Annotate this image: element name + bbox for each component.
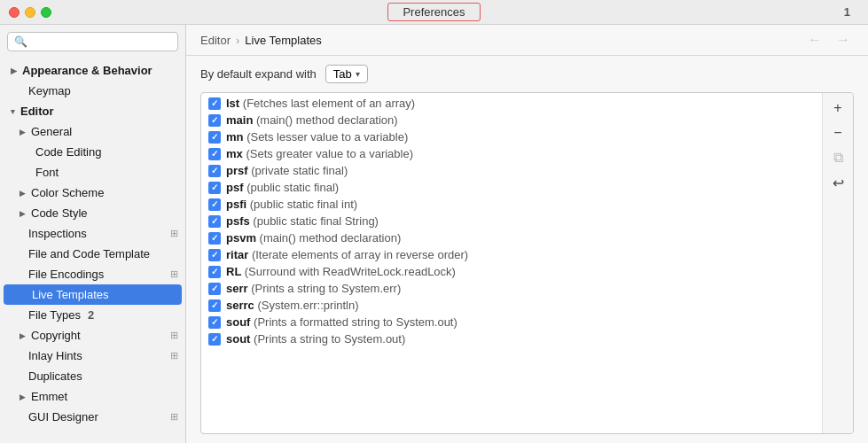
template-checkbox xyxy=(208,333,221,346)
step-2-label: 2 xyxy=(88,308,94,322)
sidebar-item-label: Live Templates xyxy=(32,288,108,301)
sidebar-item-label: Inlay Hints xyxy=(28,349,82,362)
sidebar-item-label: Copyright xyxy=(31,329,81,342)
template-name: RL xyxy=(226,265,245,278)
sidebar: 🔍 ▶ Appearance & Behavior Keymap ▾ Edito… xyxy=(0,25,186,443)
template-row[interactable]: mn (Sets lesser value to a variable) xyxy=(201,128,822,145)
template-checkbox xyxy=(208,249,221,261)
side-actions: + − ⧉ ↩ xyxy=(822,93,853,433)
template-checkbox xyxy=(208,131,221,144)
template-desc: (public static final String) xyxy=(253,214,379,228)
template-row[interactable]: serrc (System.err::println) xyxy=(201,297,822,314)
template-row[interactable]: mx (Sets greater value to a variable) xyxy=(201,145,822,162)
add-button[interactable]: + xyxy=(826,97,849,120)
template-row[interactable]: lst (Fetches last element of an array) xyxy=(201,95,822,112)
main-container: 🔍 ▶ Appearance & Behavior Keymap ▾ Edito… xyxy=(0,25,868,443)
sidebar-item-inlay-hints[interactable]: Inlay Hints ⊞ xyxy=(0,346,185,366)
template-name: psfs xyxy=(226,214,253,228)
template-row[interactable]: sout (Prints a string to System.out) xyxy=(201,330,822,347)
template-desc: (Iterate elements of array in reverse or… xyxy=(252,248,468,261)
template-name: prsf xyxy=(226,164,251,177)
breadcrumb-separator: › xyxy=(236,34,239,47)
sidebar-item-file-types[interactable]: File Types 2 xyxy=(0,305,185,325)
sidebar-item-code-style[interactable]: ▶ Code Style xyxy=(0,203,185,223)
template-checkbox xyxy=(208,266,221,278)
chevron-right-icon: ▶ xyxy=(20,392,26,401)
template-desc: (public static final) xyxy=(246,181,339,194)
sidebar-item-editor[interactable]: ▾ Editor xyxy=(0,101,185,121)
template-row[interactable]: psfi (public static final int) xyxy=(201,196,822,213)
expand-label: By default expand with xyxy=(200,67,317,81)
maximize-button[interactable] xyxy=(41,7,51,18)
template-checkbox xyxy=(208,316,221,329)
search-box[interactable]: 🔍 xyxy=(7,32,178,51)
copy-button[interactable]: ⧉ xyxy=(826,146,849,169)
sidebar-item-file-code-template[interactable]: File and Code Template xyxy=(0,244,185,264)
template-checkbox xyxy=(208,97,221,110)
sidebar-item-label: Emmet xyxy=(31,390,67,403)
template-row[interactable]: prsf (private static final) xyxy=(201,162,822,179)
template-name: mn xyxy=(226,130,246,144)
sidebar-item-emmet[interactable]: ▶ Emmet xyxy=(0,386,185,407)
sidebar-item-font[interactable]: Font xyxy=(0,162,185,183)
template-row[interactable]: psfs (public static final String) xyxy=(201,213,822,229)
minimize-button[interactable] xyxy=(25,7,35,18)
template-text: mn (Sets lesser value to a variable) xyxy=(226,130,408,144)
remove-button[interactable]: − xyxy=(826,121,849,144)
search-input[interactable] xyxy=(32,35,171,48)
window-title: Preferences xyxy=(387,3,480,21)
sidebar-item-label: Editor xyxy=(20,105,54,118)
sidebar-item-label: Keymap xyxy=(28,84,71,97)
template-checkbox xyxy=(208,232,221,245)
template-desc: (Sets lesser value to a variable) xyxy=(246,130,408,144)
chevron-down-icon: ▾ xyxy=(11,107,15,116)
settings-icon: ⊞ xyxy=(170,350,178,361)
sidebar-item-file-encodings[interactable]: File Encodings ⊞ xyxy=(0,264,185,284)
sidebar-item-inspections[interactable]: Inspections ⊞ xyxy=(0,223,185,244)
sidebar-section: ▶ Appearance & Behavior Keymap ▾ Editor … xyxy=(0,58,185,429)
template-row[interactable]: RL (Surround with ReadWriteLock.readLock… xyxy=(201,263,822,280)
chevron-right-icon: ▶ xyxy=(20,189,26,198)
breadcrumb-current: Live Templates xyxy=(245,34,321,47)
template-text: RL (Surround with ReadWriteLock.readLock… xyxy=(226,265,456,278)
template-text: psfs (public static final String) xyxy=(226,214,379,228)
template-name: sout xyxy=(226,332,254,346)
template-row[interactable]: main (main() method declaration) xyxy=(201,112,822,128)
sidebar-item-color-scheme[interactable]: ▶ Color Scheme xyxy=(0,183,185,203)
template-desc: (Sets greater value to a variable) xyxy=(246,147,413,160)
nav-back-button[interactable]: ← xyxy=(804,32,825,48)
expand-value: Tab xyxy=(333,67,352,81)
template-row[interactable]: psvm (main() method declaration) xyxy=(201,229,822,246)
sidebar-item-label: File Encodings xyxy=(28,268,104,281)
template-text: prsf (private static final) xyxy=(226,164,348,177)
sidebar-item-label: GUI Designer xyxy=(28,410,98,424)
sidebar-item-duplicates[interactable]: Duplicates xyxy=(0,366,185,386)
sidebar-item-keymap[interactable]: Keymap xyxy=(0,81,185,101)
template-desc: (Prints a string to System.err) xyxy=(251,282,401,295)
template-name: serrc xyxy=(226,299,257,312)
template-row[interactable]: psf (public static final) xyxy=(201,179,822,196)
sidebar-item-gui-designer[interactable]: GUI Designer ⊞ xyxy=(0,407,185,427)
template-text: serr (Prints a string to System.err) xyxy=(226,282,401,295)
sidebar-item-label: Code Style xyxy=(31,206,88,220)
sidebar-item-label: Code Editing xyxy=(35,145,101,159)
templates-list[interactable]: lst (Fetches last element of an array)ma… xyxy=(201,93,822,433)
settings-icon: ⊞ xyxy=(170,228,178,239)
sidebar-item-copyright[interactable]: ▶ Copyright ⊞ xyxy=(0,325,185,346)
template-row[interactable]: souf (Prints a formatted string to Syste… xyxy=(201,314,822,330)
sidebar-item-code-editing[interactable]: Code Editing xyxy=(0,142,185,162)
nav-forward-button[interactable]: → xyxy=(833,32,854,48)
revert-button[interactable]: ↩ xyxy=(826,171,849,194)
content-area: Editor › Live Templates ← → By default e… xyxy=(186,25,868,443)
template-row[interactable]: ritar (Iterate elements of array in reve… xyxy=(201,246,822,263)
template-name: mx xyxy=(226,147,246,160)
template-desc: (Prints a formatted string to System.out… xyxy=(254,315,457,329)
template-name: psvm xyxy=(226,231,260,245)
template-text: ritar (Iterate elements of array in reve… xyxy=(226,248,468,261)
expand-select[interactable]: Tab ▾ xyxy=(325,65,368,83)
sidebar-item-appearance[interactable]: ▶ Appearance & Behavior xyxy=(0,60,185,81)
close-button[interactable] xyxy=(9,7,20,18)
template-row[interactable]: serr (Prints a string to System.err) xyxy=(201,280,822,297)
sidebar-item-general[interactable]: ▶ General xyxy=(0,121,185,142)
sidebar-item-live-templates[interactable]: Live Templates xyxy=(4,284,182,305)
